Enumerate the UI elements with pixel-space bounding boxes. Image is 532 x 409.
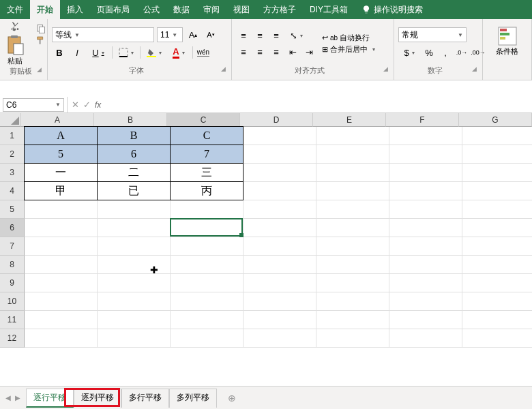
cell[interactable]	[389, 274, 462, 292]
sheet-tab[interactable]: 逐行平移	[26, 389, 74, 408]
underline-button[interactable]: U ▾	[87, 45, 109, 60]
bold-button[interactable]: B	[52, 45, 67, 60]
row-header[interactable]: 8	[0, 256, 25, 274]
cell[interactable]	[98, 237, 171, 256]
menu-tab-5[interactable]: 数据	[166, 0, 196, 19]
row-header[interactable]: 10	[0, 292, 25, 311]
col-header[interactable]: F	[386, 113, 459, 127]
cell[interactable]	[171, 311, 243, 329]
cell[interactable]	[25, 200, 98, 219]
sheet-tab[interactable]: 多列平移	[169, 389, 217, 408]
cell[interactable]	[389, 256, 462, 274]
fx-icon[interactable]: fx	[95, 100, 101, 110]
cell[interactable]	[462, 256, 532, 274]
row-header[interactable]: 12	[0, 329, 25, 348]
italic-button[interactable]: I	[70, 45, 85, 60]
menu-tab-6[interactable]: 审阅	[196, 0, 226, 19]
cell[interactable]: 一	[24, 163, 98, 182]
align-right-icon[interactable]: ≡	[269, 44, 284, 59]
cell[interactable]: 二	[97, 163, 171, 182]
cell[interactable]	[389, 182, 462, 200]
increase-font-icon[interactable]: A▴	[186, 27, 201, 42]
cell[interactable]	[243, 164, 316, 182]
cell[interactable]	[389, 329, 462, 348]
cell[interactable]	[316, 311, 389, 329]
font-launcher-icon[interactable]: ◢	[221, 65, 226, 72]
number-format-select[interactable]: 常规▼	[398, 27, 467, 42]
cell[interactable]	[389, 219, 462, 237]
cell[interactable]	[462, 329, 532, 348]
cell[interactable]	[243, 237, 316, 256]
row-header[interactable]: 11	[0, 311, 25, 329]
cell[interactable]: 6	[97, 145, 171, 164]
col-header[interactable]: D	[240, 113, 313, 127]
cell[interactable]	[389, 311, 462, 329]
cancel-formula-icon[interactable]: ✕	[72, 100, 79, 110]
row-header[interactable]: 7	[0, 237, 25, 256]
cell[interactable]	[98, 274, 171, 292]
row-header[interactable]: 4	[0, 182, 25, 200]
cell[interactable]	[243, 200, 316, 219]
cell[interactable]: 三	[170, 163, 243, 182]
menu-tab-8[interactable]: 方方格子	[256, 0, 303, 19]
cell[interactable]	[316, 127, 389, 145]
cell[interactable]	[243, 145, 316, 164]
cells[interactable]: ABC567一二三甲已丙	[25, 127, 532, 348]
select-all-corner[interactable]	[0, 113, 21, 127]
align-left-icon[interactable]: ≡	[236, 44, 251, 59]
cell[interactable]	[389, 292, 462, 311]
menu-tab-9[interactable]: DIY工具箱	[303, 0, 355, 19]
conditional-formatting-icon[interactable]	[497, 26, 518, 46]
cell[interactable]: 甲	[24, 181, 98, 200]
increase-indent-icon[interactable]: ⇥	[301, 44, 316, 59]
cell[interactable]	[25, 256, 98, 274]
col-header[interactable]: A	[21, 113, 94, 127]
align-bottom-icon[interactable]: ≡	[269, 28, 284, 43]
cell[interactable]	[316, 256, 389, 274]
cell[interactable]	[25, 274, 98, 292]
cell[interactable]	[389, 127, 462, 145]
fill-color-button[interactable]: ▾	[143, 45, 165, 60]
cell[interactable]	[171, 274, 243, 292]
accept-formula-icon[interactable]: ✓	[83, 100, 91, 110]
comma-button[interactable]: ,	[438, 45, 453, 60]
cell[interactable]	[98, 219, 171, 237]
add-sheet-button[interactable]: ⊕	[222, 393, 241, 404]
align-top-icon[interactable]: ≡	[236, 28, 251, 43]
cell[interactable]	[243, 182, 316, 200]
cell[interactable]	[98, 311, 171, 329]
cell[interactable]: B	[97, 126, 171, 145]
cell[interactable]: A	[24, 126, 98, 145]
menu-tab-1[interactable]: 开始	[30, 0, 60, 19]
cell[interactable]	[98, 329, 171, 348]
copy-icon[interactable]	[35, 23, 46, 34]
cell[interactable]	[389, 237, 462, 256]
tell-me-search[interactable]: 操作说明搜索	[361, 4, 423, 16]
wrap-text-button[interactable]: ↩ab 自动换行	[322, 33, 375, 43]
align-center-icon[interactable]: ≡	[252, 44, 267, 59]
cut-icon[interactable]	[10, 22, 20, 33]
cell[interactable]	[462, 311, 532, 329]
cell[interactable]: C	[170, 126, 243, 145]
cell[interactable]	[98, 256, 171, 274]
row-header[interactable]: 1	[0, 127, 25, 145]
name-box[interactable]: C6▼	[3, 98, 64, 112]
cell[interactable]	[389, 164, 462, 182]
cell[interactable]	[171, 200, 243, 219]
cell[interactable]	[243, 256, 316, 274]
cell[interactable]	[316, 274, 389, 292]
row-header[interactable]: 3	[0, 164, 25, 182]
paste-icon[interactable]	[4, 34, 26, 56]
spreadsheet-grid[interactable]: ABCDEFG 123456789101112 ABC567一二三甲已丙	[0, 113, 532, 386]
cell[interactable]	[316, 182, 389, 200]
cell[interactable]	[243, 292, 316, 311]
cell[interactable]	[462, 219, 532, 237]
col-header[interactable]: C	[167, 113, 240, 127]
cell[interactable]	[316, 237, 389, 256]
cell[interactable]	[243, 274, 316, 292]
cell[interactable]: 已	[97, 181, 171, 200]
cell[interactable]	[171, 237, 243, 256]
cell[interactable]	[316, 164, 389, 182]
merge-center-button[interactable]: ⊞ 合并后居中 ▾	[322, 44, 375, 55]
currency-button[interactable]: $▾	[398, 45, 420, 60]
